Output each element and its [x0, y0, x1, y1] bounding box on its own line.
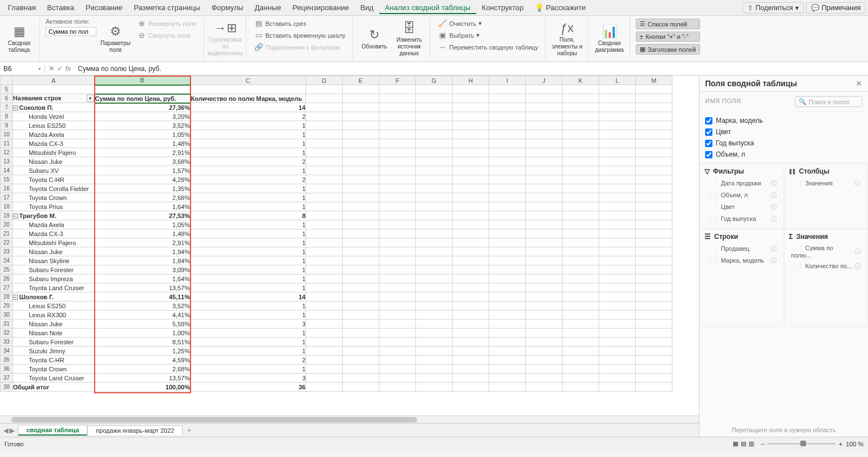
cell[interactable]: [453, 211, 489, 220]
cell[interactable]: [636, 383, 672, 392]
cell[interactable]: [306, 130, 343, 139]
cell[interactable]: [343, 112, 379, 121]
cell[interactable]: [563, 211, 599, 220]
cell[interactable]: [489, 310, 526, 320]
cell[interactable]: [636, 301, 672, 310]
row-header[interactable]: 31: [1, 320, 13, 329]
cell[interactable]: 1,64%: [95, 274, 191, 283]
cell[interactable]: [343, 247, 379, 256]
cell[interactable]: [379, 383, 416, 392]
cell[interactable]: Toyota Crown: [13, 365, 95, 374]
cell[interactable]: [453, 229, 489, 238]
cell[interactable]: [306, 94, 343, 103]
menu-tab[interactable]: Вставка: [41, 1, 79, 14]
cell[interactable]: [563, 329, 599, 338]
cell[interactable]: [379, 265, 416, 274]
clear-button[interactable]: 🧹Очистить ▾: [436, 18, 541, 29]
cancel-formula-icon[interactable]: ✕: [48, 64, 55, 73]
cell[interactable]: 45,11%: [95, 292, 191, 301]
cell[interactable]: Mitsubishi Pajero: [13, 148, 95, 157]
cell[interactable]: Nissan Note: [13, 329, 95, 338]
cell[interactable]: [636, 229, 672, 238]
cell[interactable]: [636, 139, 672, 148]
cell[interactable]: [489, 148, 526, 157]
cell[interactable]: [416, 139, 453, 148]
menu-tab[interactable]: Рецензирование: [287, 1, 355, 14]
cell[interactable]: [636, 274, 672, 283]
zoom-out-button[interactable]: −: [761, 441, 764, 447]
row-header[interactable]: 35: [1, 356, 13, 365]
cell[interactable]: [453, 157, 489, 166]
cell[interactable]: [599, 283, 636, 292]
cell[interactable]: [636, 283, 672, 292]
cell[interactable]: Toyota C-HR: [13, 175, 95, 184]
cell[interactable]: [95, 85, 191, 94]
cell[interactable]: [306, 175, 343, 184]
cell[interactable]: [306, 121, 343, 130]
view-normal-icon[interactable]: ▦: [733, 440, 738, 447]
cell[interactable]: [343, 103, 379, 112]
cell[interactable]: 1: [191, 347, 306, 356]
cell[interactable]: [636, 184, 672, 193]
cell[interactable]: [599, 220, 636, 229]
cell[interactable]: [489, 365, 526, 374]
cell[interactable]: [306, 292, 343, 301]
cell[interactable]: 36: [191, 383, 306, 392]
cell[interactable]: 3: [191, 374, 306, 383]
column-header[interactable]: F: [379, 76, 416, 85]
cell[interactable]: [599, 247, 636, 256]
cell[interactable]: [416, 103, 453, 112]
cell[interactable]: 100,00%: [95, 383, 191, 392]
cell[interactable]: [343, 274, 379, 283]
row-header[interactable]: 33: [1, 338, 13, 347]
menu-tab[interactable]: Анализ сводной таблицы: [379, 1, 476, 14]
cell[interactable]: [416, 374, 453, 383]
cell[interactable]: [343, 175, 379, 184]
cell[interactable]: 1: [191, 184, 306, 193]
cell[interactable]: [489, 211, 526, 220]
add-sheet-button[interactable]: +: [183, 427, 196, 434]
cell[interactable]: [379, 184, 416, 193]
cell[interactable]: [379, 220, 416, 229]
cell[interactable]: [563, 310, 599, 320]
cell[interactable]: [526, 211, 563, 220]
change-source-button[interactable]: 🗄Изменить источник данных: [393, 18, 425, 60]
cell[interactable]: [306, 202, 343, 211]
cell[interactable]: [306, 211, 343, 220]
cell[interactable]: [599, 202, 636, 211]
row-header[interactable]: 27: [1, 283, 13, 292]
cell[interactable]: Nissan Skyline: [13, 256, 95, 265]
cell[interactable]: [416, 347, 453, 356]
cell[interactable]: [453, 85, 489, 94]
cell[interactable]: Lexus ES250: [13, 301, 95, 310]
menu-tab[interactable]: Главная: [2, 1, 41, 14]
cell[interactable]: [306, 112, 343, 121]
cell[interactable]: [563, 139, 599, 148]
cell[interactable]: [416, 193, 453, 202]
cell[interactable]: [453, 94, 489, 103]
cell[interactable]: [453, 184, 489, 193]
zoom-in-button[interactable]: +: [839, 441, 842, 447]
field-checkbox[interactable]: [705, 117, 712, 125]
cell[interactable]: [489, 139, 526, 148]
cell[interactable]: [379, 148, 416, 157]
cell[interactable]: [489, 247, 526, 256]
row-header[interactable]: 37: [1, 374, 13, 383]
cell[interactable]: [563, 383, 599, 392]
row-header[interactable]: 22: [1, 238, 13, 247]
cell[interactable]: Lexus ES250: [13, 121, 95, 130]
cell[interactable]: [306, 256, 343, 265]
cell[interactable]: [453, 193, 489, 202]
cell[interactable]: [599, 301, 636, 310]
cell[interactable]: 4,41%: [95, 310, 191, 320]
cell[interactable]: [453, 301, 489, 310]
formula-input[interactable]: Сумма по полю Цена, руб.: [74, 65, 868, 73]
cell[interactable]: [599, 374, 636, 383]
cell[interactable]: [563, 103, 599, 112]
insert-timeline-button[interactable]: ▭Вставить временную шкалу: [252, 30, 348, 41]
field-chip[interactable]: ⋮⋮Количество по...ⓘ: [789, 260, 863, 272]
cell[interactable]: 4,28%: [95, 175, 191, 184]
cell[interactable]: [379, 292, 416, 301]
row-header[interactable]: 7: [1, 103, 13, 112]
cell[interactable]: [526, 338, 563, 347]
